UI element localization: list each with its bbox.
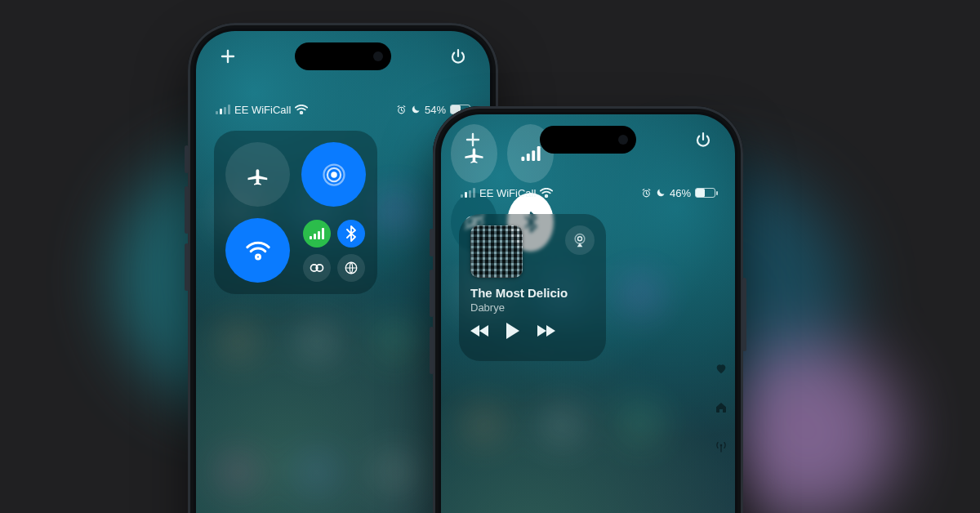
cellular-icon [310, 228, 324, 239]
home-icon [715, 401, 728, 414]
battery-percent: 54% [425, 104, 446, 116]
airplane-mode-toggle[interactable] [225, 142, 290, 207]
bluetooth-toggle[interactable] [337, 220, 365, 248]
now-playing-panel[interactable]: The Most Delicio Dabrye [459, 214, 606, 361]
wifi-icon [246, 239, 270, 263]
plus-icon [465, 132, 481, 148]
battery-percent: 46% [670, 187, 691, 199]
antenna-icon [715, 440, 728, 453]
add-control-button[interactable] [214, 42, 242, 70]
play-icon [505, 322, 521, 340]
svg-rect-11 [322, 228, 324, 239]
play-button[interactable] [505, 322, 521, 340]
track-title: The Most Delicio [470, 286, 593, 300]
wifi-toggle[interactable] [225, 218, 290, 283]
alarm-icon [641, 188, 652, 199]
add-control-button[interactable] [459, 126, 487, 154]
iphone-front: EE WiFiCall 46% The Most [433, 106, 743, 513]
status-bar: EE WiFiCall 46% [441, 185, 735, 201]
alarm-icon [396, 105, 407, 115]
power-icon [450, 48, 466, 65]
rewind-button[interactable] [470, 323, 490, 338]
track-artist: Dabrye [470, 301, 595, 314]
battery-icon [695, 188, 715, 198]
airdrop-toggle[interactable] [301, 142, 366, 207]
control-center-topbar [196, 42, 490, 70]
page-indicator[interactable] [712, 359, 730, 456]
plus-icon [220, 48, 236, 65]
airplay-icon [572, 232, 588, 248]
svg-rect-2 [224, 107, 226, 114]
svg-point-5 [331, 172, 337, 178]
heart-icon [715, 362, 728, 375]
connectivity-panel[interactable] [214, 131, 377, 294]
svg-rect-23 [526, 154, 529, 161]
svg-rect-3 [228, 105, 230, 114]
power-icon [695, 132, 711, 148]
signal-icon [461, 188, 475, 198]
vpn-toggle[interactable] [337, 254, 365, 282]
svg-rect-10 [318, 231, 320, 239]
airplay-button[interactable] [565, 225, 595, 255]
svg-rect-9 [314, 234, 316, 239]
rewind-icon [470, 323, 490, 338]
airplane-icon [246, 163, 270, 187]
svg-rect-0 [216, 111, 218, 114]
svg-rect-18 [473, 188, 475, 198]
signal-icon [216, 105, 230, 114]
media-controls [470, 322, 595, 340]
airdrop-icon [322, 163, 346, 187]
wifi-icon [540, 188, 553, 198]
svg-rect-16 [465, 192, 467, 198]
home-page-icon[interactable] [712, 399, 730, 417]
control-center-topbar [441, 126, 735, 154]
svg-rect-17 [469, 190, 471, 198]
dnd-moon-icon [411, 105, 421, 114]
svg-rect-22 [521, 157, 524, 161]
globe-icon [344, 261, 359, 275]
cellular-toggle[interactable] [303, 220, 331, 248]
svg-rect-8 [310, 236, 312, 239]
forward-button[interactable] [536, 323, 555, 338]
svg-point-21 [575, 234, 585, 244]
svg-rect-1 [220, 109, 222, 114]
carrier-label: EE WiFiCall [479, 187, 536, 199]
status-bar: EE WiFiCall 54% [196, 101, 490, 118]
dnd-moon-icon [656, 188, 666, 198]
forward-icon [536, 323, 555, 338]
connectivity-page-icon[interactable] [712, 438, 730, 456]
album-art [470, 225, 523, 278]
svg-point-20 [578, 237, 582, 241]
svg-rect-15 [461, 194, 463, 198]
bluetooth-icon [346, 225, 356, 242]
power-button[interactable] [689, 126, 717, 154]
power-button[interactable] [444, 42, 472, 70]
carrier-label: EE WiFiCall [234, 104, 291, 116]
hotspot-toggle[interactable] [303, 254, 331, 282]
wifi-icon [295, 105, 308, 114]
hotspot-icon [309, 262, 325, 274]
favorites-page-icon[interactable] [712, 359, 730, 377]
